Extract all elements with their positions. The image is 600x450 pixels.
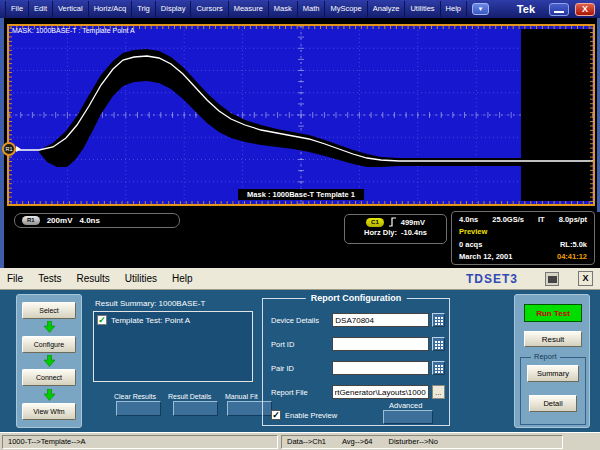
- ch1-trigger-readout[interactable]: C1 499mV Horz Dly: -10.4ns: [344, 214, 447, 244]
- app-icon[interactable]: [545, 272, 559, 286]
- menu-item-horiz-acq[interactable]: Horiz/Acq: [89, 1, 133, 17]
- minimize-button[interactable]: [549, 3, 569, 16]
- view-wfm-button[interactable]: View Wfm: [22, 403, 76, 420]
- mask-title-label: MASK: 1000BASE-T : Template Point A: [12, 27, 135, 34]
- app-menu-results[interactable]: Results: [76, 273, 109, 284]
- ref1-marker-badge: R1: [2, 142, 16, 156]
- advanced-button[interactable]: [383, 410, 433, 424]
- tdset3-window: File Tests Results Utilities Help TDSET3…: [0, 268, 600, 450]
- advanced-label: Advanced: [389, 401, 422, 410]
- close-button[interactable]: X: [575, 3, 595, 16]
- pair-id-input[interactable]: [332, 361, 429, 375]
- enable-preview-checkbox[interactable]: ✓: [271, 410, 281, 420]
- connect-button[interactable]: Connect: [22, 369, 76, 386]
- app-menu-tests[interactable]: Tests: [38, 273, 61, 284]
- menu-item-edit[interactable]: Edit: [29, 1, 53, 17]
- device-details-input[interactable]: [332, 313, 429, 327]
- tdset3-menubar: File Tests Results Utilities Help TDSET3…: [0, 268, 600, 290]
- rising-edge-icon: [388, 217, 397, 228]
- result-summary-label: Result Summary: 1000BASE-T: [95, 299, 205, 308]
- waveform-plot: [9, 26, 593, 204]
- port-id-row: Port ID: [271, 337, 445, 351]
- horz-dly-label: Horz Dly:: [364, 228, 397, 237]
- app-menu-file[interactable]: File: [7, 273, 23, 284]
- step-button-panel: Select Configure Connect View Wfm: [16, 294, 82, 428]
- device-details-row: Device Details: [271, 313, 445, 327]
- summary-button[interactable]: Summary: [527, 365, 579, 382]
- menu-item-trig[interactable]: Trig: [132, 1, 156, 17]
- pair-id-row: Pair ID: [271, 361, 445, 375]
- ref1-readout[interactable]: R1 200mV 4.0ns: [14, 213, 180, 228]
- menu-item-mask[interactable]: Mask: [269, 1, 298, 17]
- menu-item-cursors[interactable]: Cursors: [191, 1, 228, 17]
- browse-button[interactable]: ...: [432, 385, 446, 399]
- mask-footer-label: Mask : 1000Base-T Template 1: [238, 189, 364, 200]
- scope-menubar: File Edit Vertical Horiz/Acq Trig Displa…: [0, 0, 600, 18]
- manual-fit-label: Manual Fit: [225, 393, 258, 400]
- report-configuration-group: Report Configuration Device Details Port…: [262, 298, 450, 426]
- app-close-button[interactable]: X: [578, 271, 593, 286]
- clear-results-label: Clear Results: [114, 393, 156, 400]
- enable-preview-label: Enable Preview: [285, 411, 337, 420]
- menu-item-myscope[interactable]: MyScope: [325, 1, 367, 17]
- menu-item-measure[interactable]: Measure: [229, 1, 269, 17]
- acq-date: March 12, 2001: [459, 252, 512, 261]
- device-details-label: Device Details: [271, 316, 329, 325]
- status-averaging: Avg-->64: [342, 437, 373, 446]
- port-id-label: Port ID: [271, 340, 329, 349]
- status-config: Data-->Ch1 Avg-->64 Disturber-->No: [281, 435, 563, 449]
- menu-item-utilities[interactable]: Utilities: [405, 1, 440, 17]
- configure-button[interactable]: Configure: [22, 336, 76, 353]
- ch1-badge: C1: [366, 218, 384, 227]
- menu-item-vertical[interactable]: Vertical: [53, 1, 89, 17]
- tek-scope-screen: File Edit Vertical Horiz/Acq Trig Displa…: [0, 0, 600, 450]
- keypad-icon-button[interactable]: [432, 337, 445, 351]
- acq-timebase: 4.0ns: [459, 215, 478, 224]
- run-test-button[interactable]: Run Test: [524, 304, 582, 322]
- menu-item-display[interactable]: Display: [156, 1, 192, 17]
- status-data-source: Data-->Ch1: [287, 437, 326, 446]
- detail-button[interactable]: Detail: [529, 395, 577, 412]
- app-menu-utilities[interactable]: Utilities: [125, 273, 157, 284]
- port-id-input[interactable]: [332, 337, 429, 351]
- menu-item-help[interactable]: Help: [441, 1, 467, 17]
- menu-item-math[interactable]: Math: [298, 1, 326, 17]
- select-button[interactable]: Select: [22, 302, 76, 319]
- result-summary-listbox[interactable]: ✓ Template Test: Point A: [93, 311, 253, 382]
- result-details-button[interactable]: [173, 401, 218, 416]
- keypad-icon: [435, 317, 437, 319]
- triangle-down-icon: ▼: [478, 6, 484, 12]
- ref1-timebase: 4.0ns: [79, 216, 99, 225]
- scope-display-area: MASK: 1000BASE-T : Template Point A Mask…: [0, 18, 600, 268]
- keypad-icon-button[interactable]: [432, 313, 445, 327]
- horz-dly-value: -10.4ns: [401, 228, 427, 237]
- report-configuration-title: Report Configuration: [306, 293, 407, 303]
- result-list-item[interactable]: ✓ Template Test: Point A: [94, 312, 252, 328]
- keypad-icon: [435, 341, 437, 343]
- pass-check-icon: ✓: [97, 315, 107, 325]
- menubar-dropdown-button[interactable]: ▼: [472, 3, 489, 15]
- acq-status: Preview: [459, 227, 587, 236]
- close-icon: X: [582, 4, 588, 14]
- acq-clock: 04:41:12: [557, 252, 587, 261]
- menu-item-analyze[interactable]: Analyze: [368, 1, 406, 17]
- app-title: TDSET3: [466, 272, 518, 286]
- app-menu-help[interactable]: Help: [172, 273, 193, 284]
- result-details-label: Result Details: [168, 393, 211, 400]
- menu-item-file[interactable]: File: [5, 1, 29, 17]
- ref1-marker[interactable]: R1: [2, 142, 21, 156]
- report-file-row: Report File ...: [271, 385, 445, 399]
- ref1-arrow-icon: [16, 146, 21, 152]
- enable-preview-row: ✓ Enable Preview: [271, 410, 337, 420]
- result-button[interactable]: Result: [524, 331, 582, 347]
- tek-logo: Tek: [517, 3, 535, 15]
- green-down-arrow-icon: [44, 321, 55, 333]
- clear-results-button[interactable]: [116, 401, 161, 416]
- readout-strip: R1 200mV 4.0ns C1 499mV Horz Dly: -10.4n…: [0, 210, 600, 268]
- green-down-arrow-icon: [44, 355, 55, 367]
- report-file-input[interactable]: [332, 385, 429, 399]
- graticule: MASK: 1000BASE-T : Template Point A Mask…: [7, 24, 595, 206]
- status-bar: 1000-T-->Template-->A Data-->Ch1 Avg-->6…: [0, 432, 600, 450]
- keypad-icon-button[interactable]: [432, 361, 445, 375]
- result-item-label: Template Test: Point A: [111, 316, 190, 325]
